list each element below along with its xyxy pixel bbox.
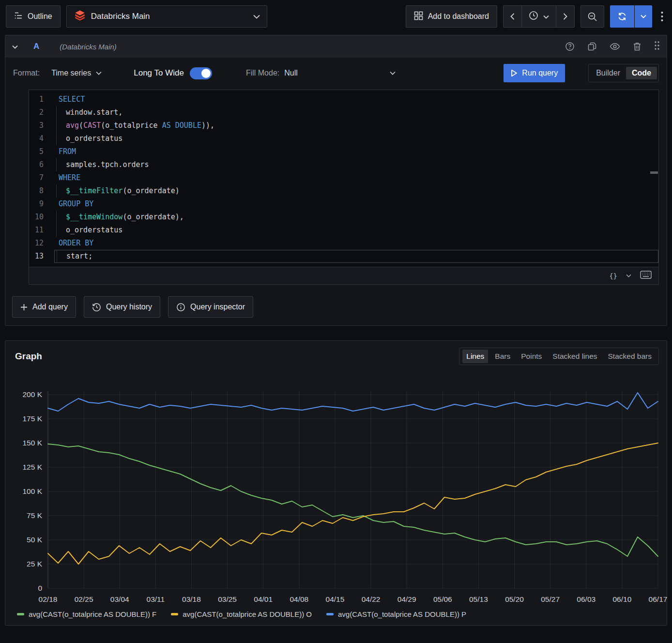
x-tick-label: 05/13: [469, 595, 488, 603]
x-tick-label: 05/27: [541, 595, 560, 603]
fill-mode-select[interactable]: Null: [284, 69, 396, 77]
help-icon[interactable]: [565, 42, 575, 51]
code-line[interactable]: 8$__timeFilter(o_orderdate): [29, 184, 658, 198]
remove-query-trash-icon[interactable]: [633, 42, 641, 51]
code-line[interactable]: 3avg(CAST(o_totalprice AS DOUBLE)),: [29, 119, 658, 132]
zoom-out-button[interactable]: [580, 5, 604, 28]
code-line[interactable]: 5 FROM: [29, 145, 658, 158]
query-datasource-hint: (Databricks Main): [60, 43, 117, 51]
y-tick-label: 100 K: [22, 487, 42, 495]
collapse-chevron-icon[interactable]: [12, 42, 18, 51]
builder-tab[interactable]: Builder: [590, 67, 626, 79]
editor-footer: {}: [29, 267, 658, 284]
code-line[interactable]: 10$__timeWindow(o_orderdate),: [29, 211, 658, 224]
outline-button[interactable]: Outline: [6, 5, 61, 28]
datasource-picker[interactable]: Databricks Main: [66, 5, 267, 28]
add-to-dashboard-label: Add to dashboard: [428, 12, 489, 21]
graph-mode-lines[interactable]: Lines: [462, 350, 488, 363]
graph-mode-points[interactable]: Points: [517, 350, 546, 363]
datasource-name: Databricks Main: [91, 12, 150, 21]
chart-container: 025 K50 K75 K100 K125 K150 K175 K200 K02…: [5, 368, 667, 607]
legend-swatch-icon: [326, 613, 334, 615]
chart-svg: 025 K50 K75 K100 K125 K150 K175 K200 K02…: [10, 374, 669, 605]
x-tick-label: 04/08: [290, 595, 308, 603]
graph-mode-stacked-lines[interactable]: Stacked lines: [549, 350, 601, 363]
outline-icon: [14, 11, 23, 22]
sql-code-lines[interactable]: 1 SELECT2window.start,3avg(CAST(o_totalp…: [29, 90, 658, 267]
code-line[interactable]: 9 GROUP BY: [29, 198, 658, 211]
chevron-down-icon[interactable]: [626, 274, 631, 277]
line-number: 10: [29, 211, 54, 224]
query-ref-id: A: [33, 42, 39, 51]
template-variables-button[interactable]: {}: [609, 272, 617, 280]
legend-item[interactable]: avg(CAST(o_totalprice AS DOUBLE)) P: [326, 610, 466, 618]
query-actions-row: Add query Query history Query inspector: [10, 285, 667, 325]
drag-handle-icon[interactable]: [654, 41, 660, 52]
hide-response-eye-icon[interactable]: [610, 43, 620, 50]
line-content: ORDER BY: [54, 237, 658, 250]
chevron-down-icon: [543, 12, 549, 21]
kebab-menu-icon[interactable]: [658, 5, 666, 28]
series-line-2: [48, 393, 658, 411]
line-number: 9: [29, 198, 54, 211]
x-tick-label: 02/18: [39, 595, 58, 603]
code-tab[interactable]: Code: [626, 67, 657, 79]
line-content: GROUP BY: [54, 198, 658, 211]
y-tick-label: 75 K: [27, 511, 43, 520]
sql-editor[interactable]: 1 SELECT2window.start,3avg(CAST(o_totalp…: [29, 90, 659, 285]
time-range-picker-button[interactable]: [521, 5, 556, 28]
line-content: SELECT: [54, 93, 658, 106]
line-content: $__timeWindow(o_orderdate),: [54, 211, 658, 224]
indent-guide: [56, 132, 66, 145]
line-number: 3: [29, 119, 54, 132]
time-back-button[interactable]: [503, 5, 521, 28]
time-forward-button[interactable]: [556, 5, 575, 28]
fill-mode-label: Fill Mode:: [246, 69, 279, 77]
graph-mode-bars[interactable]: Bars: [491, 350, 514, 363]
legend-item[interactable]: avg(CAST(o_totalprice AS DOUBLE)) O: [171, 610, 312, 618]
line-content: start;: [54, 250, 658, 263]
code-line[interactable]: 4o_orderstatus: [29, 132, 658, 145]
x-tick-label: 03/11: [147, 595, 165, 603]
graph-mode-stacked-bars[interactable]: Stacked bars: [604, 350, 656, 363]
code-line[interactable]: 13start;: [29, 250, 658, 263]
plus-icon: [20, 304, 28, 311]
graph-title: Graph: [15, 351, 42, 362]
query-history-button[interactable]: Query history: [84, 296, 160, 318]
run-query-button[interactable]: Run query: [504, 64, 565, 82]
long-to-wide-label: Long To Wide: [134, 68, 184, 78]
add-to-dashboard-button[interactable]: Add to dashboard: [406, 5, 497, 28]
refresh-button[interactable]: [610, 5, 634, 28]
code-line[interactable]: 12 ORDER BY: [29, 237, 658, 250]
line-content: $__timeFilter(o_orderdate): [54, 184, 658, 198]
y-tick-label: 200 K: [22, 390, 42, 398]
format-select[interactable]: Time series: [51, 69, 102, 77]
line-number: 12: [29, 237, 54, 250]
code-line[interactable]: 1 SELECT: [29, 93, 658, 106]
indent-guide: [56, 119, 66, 132]
legend-item[interactable]: avg(CAST(o_totalprice AS DOUBLE)) F: [17, 610, 156, 618]
info-icon: [176, 303, 185, 312]
indent-guide: [56, 184, 66, 198]
series-line-0: [48, 444, 658, 556]
y-tick-label: 150 K: [22, 439, 42, 447]
keyboard-shortcuts-icon[interactable]: [640, 271, 652, 281]
code-line[interactable]: 7 WHERE: [29, 171, 658, 184]
clock-icon: [529, 11, 538, 22]
graph-panel: Graph LinesBarsPointsStacked linesStacke…: [5, 340, 667, 626]
add-query-button[interactable]: Add query: [12, 296, 76, 318]
refresh-interval-caret-button[interactable]: [635, 5, 652, 28]
chevron-down-icon: [96, 71, 102, 75]
line-content: o_orderstatus: [54, 132, 658, 145]
y-tick-label: 50 K: [27, 536, 43, 544]
code-line[interactable]: 2window.start,: [29, 106, 658, 119]
refresh-split-button: [610, 5, 652, 28]
query-row-header[interactable]: A (Databricks Main): [5, 35, 667, 58]
indent-guide: [56, 106, 66, 119]
long-to-wide-toggle[interactable]: [190, 67, 212, 79]
code-line[interactable]: 11o_orderstatus: [29, 224, 658, 237]
code-line[interactable]: 6samples.tpch.orders: [29, 158, 658, 171]
query-inspector-button[interactable]: Query inspector: [168, 296, 253, 318]
copy-icon[interactable]: [587, 42, 597, 51]
legend-label: avg(CAST(o_totalprice AS DOUBLE)) P: [338, 610, 466, 618]
